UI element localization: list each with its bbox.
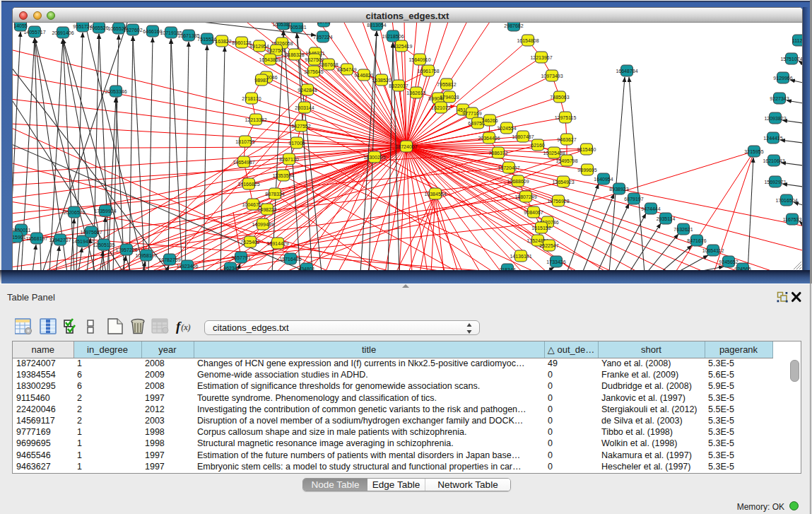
svg-text:10807487: 10807487: [512, 134, 534, 139]
svg-text:9474444: 9474444: [641, 206, 660, 211]
svg-text:17016504: 17016504: [775, 198, 797, 203]
svg-text:2867608: 2867608: [319, 62, 338, 67]
svg-text:15723: 15723: [317, 23, 331, 24]
svg-text:10688609: 10688609: [507, 179, 529, 184]
svg-text:16648784: 16648784: [616, 69, 637, 74]
svg-text:62160: 62160: [531, 143, 545, 148]
svg-text:1615152: 1615152: [531, 226, 551, 230]
svg-text:9777169: 9777169: [462, 111, 481, 116]
svg-text:12213382: 12213382: [245, 117, 266, 122]
svg-text:9657791: 9657791: [231, 255, 250, 260]
svg-text:(x): (x): [181, 322, 191, 332]
svg-text:9115460: 9115460: [577, 147, 596, 152]
svg-text:8322037: 8322037: [389, 83, 408, 88]
svg-text:11123: 11123: [792, 38, 802, 43]
svg-text:10973493: 10973493: [541, 74, 563, 78]
svg-text:20206576: 20206576: [63, 210, 85, 215]
svg-text:13654923: 13654923: [552, 180, 574, 185]
svg-text:20364436: 20364436: [478, 136, 500, 141]
svg-text:9463627: 9463627: [557, 137, 576, 142]
svg-text:19654987: 19654987: [233, 160, 254, 165]
svg-text:10958107: 10958107: [135, 253, 157, 258]
svg-text:8267130: 8267130: [279, 157, 298, 162]
svg-text:16961758: 16961758: [417, 69, 439, 74]
svg-text:15640910: 15640910: [408, 57, 430, 62]
svg-text:19756928: 19756928: [547, 199, 569, 204]
svg-text:3024554: 3024554: [497, 126, 516, 131]
svg-text:14099489: 14099489: [252, 222, 273, 227]
svg-text:3875645: 3875645: [304, 69, 323, 74]
svg-text:15751074: 15751074: [780, 57, 802, 62]
svg-text:1065526: 1065526: [89, 25, 108, 30]
svg-text:19218506: 19218506: [382, 34, 404, 39]
svg-text:7625402: 7625402: [240, 240, 259, 245]
svg-text:1527602: 1527602: [123, 28, 142, 33]
svg-text:7632621: 7632621: [673, 227, 693, 232]
svg-text:11353594: 11353594: [273, 173, 295, 178]
svg-text:18807249: 18807249: [514, 194, 536, 199]
svg-text:9146821: 9146821: [354, 73, 373, 78]
svg-text:16671385: 16671385: [177, 33, 199, 38]
svg-text:8960128: 8960128: [232, 40, 251, 45]
svg-text:8471676: 8471676: [687, 238, 706, 243]
svg-text:8454749: 8454749: [337, 67, 356, 72]
svg-text:16782759: 16782759: [158, 257, 180, 262]
svg-text:20053346: 20053346: [105, 89, 126, 94]
svg-text:1640954: 1640954: [594, 177, 613, 182]
svg-text:19384554: 19384554: [424, 192, 446, 197]
svg-text:14055: 14055: [13, 23, 28, 28]
svg-text:8938923: 8938923: [609, 187, 628, 192]
svg-text:12975115: 12975115: [555, 115, 577, 120]
svg-text:2987682: 2987682: [504, 23, 523, 28]
svg-text:2935114: 2935114: [657, 216, 676, 221]
svg-text:16210643: 16210643: [763, 158, 784, 163]
svg-text:746266: 746266: [481, 118, 498, 123]
svg-text:17957225: 17957225: [115, 247, 137, 252]
svg-text:8427552: 8427552: [291, 124, 310, 129]
svg-text:1538520: 1538520: [372, 78, 391, 83]
svg-text:98987: 98987: [254, 78, 269, 83]
svg-text:11325419: 11325419: [391, 44, 413, 49]
svg-text:1362615: 1362615: [406, 90, 425, 95]
svg-text:3915901: 3915901: [13, 235, 26, 240]
svg-text:14519472: 14519472: [71, 239, 93, 244]
svg-text:9242848: 9242848: [298, 88, 317, 93]
svg-text:11923466: 11923466: [177, 264, 199, 269]
svg-text:11568197: 11568197: [26, 236, 48, 241]
svg-text:7485063: 7485063: [550, 95, 569, 100]
svg-text:9899695: 9899695: [577, 168, 596, 173]
svg-text:9227343: 9227343: [770, 96, 789, 101]
svg-text:10046766: 10046766: [242, 202, 264, 207]
svg-text:2718170: 2718170: [242, 96, 261, 101]
svg-text:19166825: 19166825: [237, 182, 259, 187]
svg-text:14136141: 14136141: [510, 254, 531, 259]
svg-text:18724007: 18724007: [395, 144, 417, 149]
svg-text:10025438: 10025438: [543, 151, 565, 156]
svg-text:7357224: 7357224: [313, 35, 332, 40]
svg-text:1621072: 1621072: [431, 105, 450, 110]
svg-text:1733426: 1733426: [546, 259, 565, 264]
svg-text:9084067: 9084067: [524, 210, 543, 215]
svg-text:9129966: 9129966: [773, 76, 792, 81]
svg-text:19975667: 19975667: [80, 230, 102, 235]
svg-text:1810755: 1810755: [235, 139, 254, 144]
svg-text:8813054: 8813054: [367, 23, 386, 28]
svg-text:8186328: 8186328: [285, 52, 304, 57]
svg-text:7886372: 7886372: [488, 151, 507, 156]
svg-text:917006: 917006: [288, 141, 305, 146]
svg-text:16154808: 16154808: [517, 38, 539, 43]
svg-text:8878334: 8878334: [265, 192, 284, 197]
svg-text:1167533: 1167533: [783, 217, 802, 222]
svg-text:2522547: 2522547: [539, 243, 558, 248]
svg-text:9245652: 9245652: [719, 259, 738, 264]
svg-text:18300295: 18300295: [363, 155, 385, 160]
svg-text:15716485: 15716485: [279, 257, 301, 262]
svg-text:10654112: 10654112: [702, 248, 724, 253]
svg-text:9498222: 9498222: [257, 207, 276, 212]
svg-text:12213967: 12213967: [530, 55, 552, 60]
svg-text:6794028: 6794028: [440, 95, 459, 100]
svg-text:20691406: 20691406: [52, 30, 73, 35]
svg-text:7955812: 7955812: [437, 82, 456, 87]
svg-text:12942737: 12942737: [49, 238, 71, 243]
svg-text:12505135: 12505135: [93, 243, 114, 247]
